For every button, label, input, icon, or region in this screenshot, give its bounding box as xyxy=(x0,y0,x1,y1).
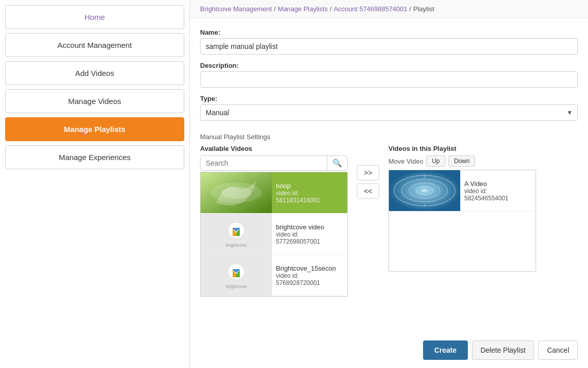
breadcrumb-sep-1: / xyxy=(274,5,276,13)
video-title: A Video xyxy=(464,180,509,188)
video-title: boop xyxy=(276,182,320,190)
video-id-value: 5772698057001 xyxy=(276,238,324,245)
type-group: Type: Manual Smart ▼ xyxy=(200,95,578,121)
playlist-section: Manual Playlist Settings Available Video… xyxy=(190,133,588,307)
breadcrumb-link-brightcove[interactable]: Brightcove Management xyxy=(200,5,272,13)
list-item[interactable]: A Video video id: 5824546554001 xyxy=(389,170,536,212)
breadcrumb-sep-3: / xyxy=(409,5,411,13)
video-thumbnail-brightcove1: brightcove xyxy=(201,214,272,254)
breadcrumb-sep-2: / xyxy=(330,5,332,13)
video-id-value: 5768928720001 xyxy=(276,279,336,286)
description-group: Description: xyxy=(200,62,578,88)
main-content: Brightcove Management / Manage Playlists… xyxy=(190,0,588,368)
available-video-list[interactable]: boop video id: 5811831416001 xyxy=(200,172,348,297)
create-button[interactable]: Create xyxy=(423,340,468,360)
breadcrumb-current: Playlist xyxy=(413,5,434,13)
bottom-bar: Create Delete Playlist Cancel xyxy=(190,332,588,368)
video-id-label: video id: xyxy=(464,188,509,195)
move-video-header: Move Video Up Down xyxy=(388,155,578,167)
videos-in-playlist-title: Videos in this Playlist xyxy=(388,145,456,152)
video-info-avideo: A Video video id: 5824546554001 xyxy=(460,170,513,211)
video-id-label: video id: xyxy=(276,190,320,197)
video-info-bc2: Brightcove_15secon video id: 57689287200… xyxy=(272,255,340,296)
search-bar: 🔍 xyxy=(200,155,348,171)
available-videos-column: Available Videos 🔍 xyxy=(200,145,348,297)
breadcrumb: Brightcove Management / Manage Playlists… xyxy=(190,0,588,18)
sidebar-item-manage-playlists[interactable]: Manage Playlists xyxy=(5,117,184,141)
move-buttons: >> << xyxy=(357,165,379,199)
svg-point-10 xyxy=(422,189,428,192)
name-label: Name: xyxy=(200,29,578,36)
description-input[interactable] xyxy=(200,71,578,88)
cancel-button[interactable]: Cancel xyxy=(538,340,578,360)
video-thumbnail-brightcove2: brightcove xyxy=(201,255,272,296)
move-video-label: Move Video xyxy=(388,157,423,165)
video-thumbnail-water xyxy=(389,170,460,211)
name-group: Name: xyxy=(200,29,578,55)
sidebar-item-manage-experiences[interactable]: Manage Experiences xyxy=(5,145,184,169)
sidebar-item-home[interactable]: Home xyxy=(5,5,184,29)
brightcove-logo-icon xyxy=(227,262,246,281)
brightcove-logo-icon xyxy=(227,221,246,240)
breadcrumb-link-account[interactable]: Account 5746988574001 xyxy=(333,5,407,13)
video-info-boop: boop video id: 5811831416001 xyxy=(272,172,324,213)
sidebar-item-manage-videos[interactable]: Manage Videos xyxy=(5,89,184,113)
description-label: Description: xyxy=(200,62,578,69)
sidebar-item-account-management[interactable]: Account Management xyxy=(5,33,184,57)
video-title: Brightcove_15secon xyxy=(276,265,336,272)
form-area: Name: Description: Type: Manual Smart ▼ xyxy=(190,18,588,133)
video-info-bc1: brightcove video video id: 5772698057001 xyxy=(272,214,328,254)
available-videos-title: Available Videos xyxy=(200,145,348,152)
list-item[interactable]: boop video id: 5811831416001 xyxy=(201,172,347,214)
playlist-header: Videos in this Playlist xyxy=(388,145,578,152)
video-id-value: 5811831416001 xyxy=(276,197,320,204)
video-id-value: 5824546554001 xyxy=(464,195,509,202)
type-select[interactable]: Manual Smart xyxy=(200,104,578,121)
search-button[interactable]: 🔍 xyxy=(327,156,347,170)
move-right-button[interactable]: >> xyxy=(357,165,379,180)
water-ripple-icon xyxy=(389,170,460,211)
down-button[interactable]: Down xyxy=(449,155,475,167)
breadcrumb-link-manage-playlists[interactable]: Manage Playlists xyxy=(278,5,328,13)
list-item[interactable]: brightcove Brightcove_15secon video id: … xyxy=(201,255,347,296)
video-thumbnail-boop xyxy=(201,172,272,213)
playlist-video-list[interactable]: A Video video id: 5824546554001 xyxy=(388,170,536,272)
list-item[interactable]: brightcove brightcove video video id: 57… xyxy=(201,214,347,255)
sidebar: Home Account Management Add Videos Manag… xyxy=(0,0,190,368)
sidebar-item-add-videos[interactable]: Add Videos xyxy=(5,61,184,85)
search-icon: 🔍 xyxy=(332,159,342,167)
playlist-videos-column: Videos in this Playlist Move Video Up Do… xyxy=(388,145,578,272)
move-left-button[interactable]: << xyxy=(357,183,379,199)
playlist-columns: Available Videos 🔍 xyxy=(200,145,578,297)
video-title: brightcove video xyxy=(276,223,324,231)
search-input[interactable] xyxy=(201,156,327,170)
type-label: Type: xyxy=(200,95,578,102)
type-select-wrapper: Manual Smart ▼ xyxy=(200,104,578,121)
delete-playlist-button[interactable]: Delete Playlist xyxy=(472,340,535,360)
name-input[interactable] xyxy=(200,38,578,55)
video-id-label: video id: xyxy=(276,272,336,279)
video-id-label: video id: xyxy=(276,231,324,238)
up-button[interactable]: Up xyxy=(426,155,445,167)
section-title: Manual Playlist Settings xyxy=(200,133,578,141)
